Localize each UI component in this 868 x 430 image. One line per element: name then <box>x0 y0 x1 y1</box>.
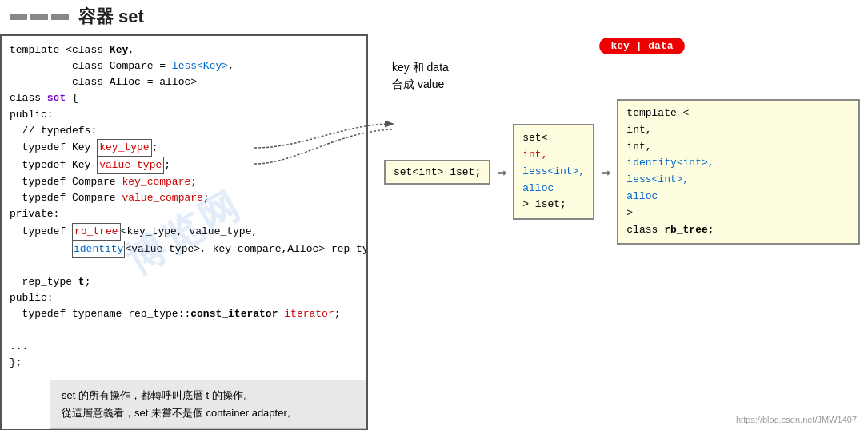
code-line-12: typedef rb_tree<key_type, value_type, <box>10 223 358 241</box>
tpl-line8: class rb_tree; <box>626 222 847 239</box>
code-line-8: typedef Key value_type; <box>10 157 358 174</box>
badge-container: key | data <box>416 34 868 54</box>
csdn-url: https://blog.csdn.net/JMW1407 <box>736 415 857 424</box>
main-area: 博览网 template <class Key, class Compare =… <box>0 34 868 430</box>
iset-label: set<int> iset; <box>394 166 481 178</box>
set-line1: set< <box>522 130 585 147</box>
code-line-20: }; <box>10 355 358 371</box>
code-line-15: rep_type t; <box>10 274 358 290</box>
code-panel: 博览网 template <class Key, class Compare =… <box>0 34 368 430</box>
boxes-row: set<int> iset; ⇒ set< int, less<int>, al… <box>368 96 868 248</box>
code-line-1: template <class Key, <box>10 42 358 58</box>
code-line-16: public: <box>10 290 358 306</box>
bottom-note-line2: 從這層意義看，set 未嘗不是個 container adapter。 <box>62 404 368 422</box>
tpl-line1: template < <box>626 106 847 122</box>
set-line4: alloc <box>522 181 585 197</box>
bottom-note-line1: set 的所有操作，都轉呼叫底層 t 的操作。 <box>62 387 368 404</box>
template-box: template < int, int, identity<int>, less… <box>617 99 860 245</box>
code-line-19: ... <box>10 339 358 355</box>
header-icon-bar-3 <box>51 14 69 20</box>
tpl-line5: less<int>, <box>626 172 847 189</box>
code-line-9: typedef Compare key_compare; <box>10 174 358 190</box>
badge-text: key | data <box>610 40 673 52</box>
tpl-line2: int, <box>626 122 847 139</box>
code-line-5: public: <box>10 107 358 123</box>
tpl-line7: > <box>626 205 847 222</box>
set-line5: > iset; <box>522 197 585 213</box>
code-line-6: // typedefs: <box>10 123 358 139</box>
desc-line1: key 和 data <box>392 59 449 76</box>
code-line-4: class set { <box>10 90 358 106</box>
desc-line2: 合成 value <box>392 76 449 93</box>
tpl-line3: int, <box>626 139 847 156</box>
set-line2: int, <box>522 147 585 164</box>
arrow-2: ⇒ <box>601 162 610 182</box>
header-icon-group <box>10 14 69 20</box>
set-box: set< int, less<int>, alloc > iset; <box>513 124 594 220</box>
desc-text: key 和 data 合成 value <box>392 59 449 93</box>
set-line3: less<int>, <box>522 164 585 181</box>
code-line-13: identity<value_type>, key_compare,Alloc>… <box>10 241 358 258</box>
code-line-17: typedef typename rep_type::const_iterato… <box>10 306 358 322</box>
code-line-10: typedef Compare value_compare; <box>10 190 358 206</box>
code-line-14 <box>10 258 358 274</box>
page-title: 容器 set <box>78 5 144 29</box>
code-line-3: class Alloc = alloc> <box>10 74 358 90</box>
arrow-1: ⇒ <box>497 162 506 182</box>
tpl-line6: alloc <box>626 189 847 205</box>
right-panel: key | data key 和 data 合成 value set<int> … <box>368 34 868 430</box>
code-line-7: typedef Key key_type; <box>10 139 358 157</box>
code-line-11: private: <box>10 206 358 222</box>
bottom-note: set 的所有操作，都轉呼叫底層 t 的操作。 從這層意義看，set 未嘗不是個… <box>50 380 368 429</box>
header-icon-bar-2 <box>30 14 48 20</box>
iset-box: set<int> iset; <box>384 160 490 185</box>
code-line-18 <box>10 322 358 338</box>
desc-area: key 和 data 合成 value <box>368 54 868 96</box>
page-header: 容器 set <box>0 0 868 34</box>
key-data-badge: key | data <box>599 38 684 54</box>
code-line-2: class Compare = less<Key>, <box>10 58 358 74</box>
tpl-line4: identity<int>, <box>626 155 847 172</box>
header-icon-bar-1 <box>10 14 27 20</box>
